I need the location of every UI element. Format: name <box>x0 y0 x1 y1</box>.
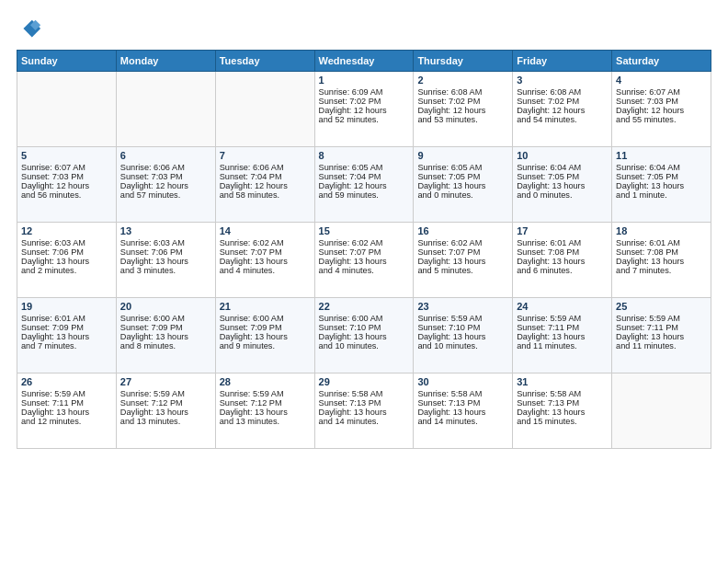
day-info: and 8 minutes. <box>120 341 211 350</box>
week-row-4: 19Sunrise: 6:01 AMSunset: 7:09 PMDayligh… <box>17 298 711 373</box>
day-info: Daylight: 13 hours <box>21 408 112 417</box>
day-info: Sunset: 7:13 PM <box>417 398 508 408</box>
day-info: Daylight: 12 hours <box>120 181 211 190</box>
day-info: Daylight: 13 hours <box>517 257 608 266</box>
day-info: and 57 minutes. <box>120 190 211 200</box>
day-info: and 3 minutes. <box>120 266 211 275</box>
day-info: Daylight: 13 hours <box>417 257 508 266</box>
day-info: Daylight: 13 hours <box>616 332 707 341</box>
day-number: 21 <box>220 301 311 312</box>
col-header-monday: Monday <box>116 51 215 72</box>
day-info: Sunrise: 6:09 AM <box>319 87 410 97</box>
day-info: and 53 minutes. <box>417 115 508 124</box>
day-cell: 28Sunrise: 5:59 AMSunset: 7:12 PMDayligh… <box>215 373 314 449</box>
day-info: Daylight: 13 hours <box>616 257 707 266</box>
day-cell: 18Sunrise: 6:01 AMSunset: 7:08 PMDayligh… <box>612 223 711 298</box>
calendar-page: SundayMondayTuesdayWednesdayThursdayFrid… <box>0 0 728 563</box>
day-info: Sunrise: 6:01 AM <box>517 238 608 247</box>
week-row-1: 1Sunrise: 6:09 AMSunset: 7:02 PMDaylight… <box>17 72 711 147</box>
day-cell: 25Sunrise: 5:59 AMSunset: 7:11 PMDayligh… <box>612 298 711 373</box>
day-info: Sunrise: 6:00 AM <box>120 314 211 323</box>
week-row-2: 5Sunrise: 6:07 AMSunset: 7:03 PMDaylight… <box>17 147 711 223</box>
day-cell: 12Sunrise: 6:03 AMSunset: 7:06 PMDayligh… <box>17 223 117 298</box>
day-info: Sunset: 7:05 PM <box>417 172 508 181</box>
day-cell: 29Sunrise: 5:58 AMSunset: 7:13 PMDayligh… <box>314 373 414 449</box>
day-info: Sunset: 7:09 PM <box>21 323 112 332</box>
col-header-sunday: Sunday <box>17 51 117 72</box>
day-info: Daylight: 13 hours <box>120 408 211 417</box>
day-info: and 10 minutes. <box>417 341 508 350</box>
day-info: and 56 minutes. <box>21 190 112 200</box>
day-info: and 2 minutes. <box>21 266 112 275</box>
day-info: Sunrise: 6:01 AM <box>616 238 707 247</box>
day-info: Sunset: 7:03 PM <box>616 97 707 106</box>
day-info: Sunrise: 6:06 AM <box>120 163 211 172</box>
day-number: 2 <box>417 75 508 86</box>
day-info: Sunset: 7:07 PM <box>417 247 508 257</box>
day-info: Daylight: 13 hours <box>220 257 311 266</box>
day-number: 30 <box>417 376 508 387</box>
day-info: Sunrise: 5:58 AM <box>417 389 508 398</box>
day-info: Sunset: 7:09 PM <box>120 323 211 332</box>
day-cell: 15Sunrise: 6:02 AMSunset: 7:07 PMDayligh… <box>314 223 414 298</box>
col-header-thursday: Thursday <box>414 51 513 72</box>
day-cell: 1Sunrise: 6:09 AMSunset: 7:02 PMDaylight… <box>314 72 414 147</box>
day-info: Sunset: 7:08 PM <box>616 247 707 257</box>
day-number: 27 <box>120 376 211 387</box>
day-number: 25 <box>616 301 707 312</box>
day-info: and 1 minute. <box>616 190 707 200</box>
day-info: Daylight: 13 hours <box>21 257 112 266</box>
day-info: Daylight: 13 hours <box>120 257 211 266</box>
day-number: 11 <box>616 150 707 161</box>
day-number: 9 <box>417 150 508 161</box>
day-number: 1 <box>319 75 410 86</box>
day-info: Sunrise: 5:58 AM <box>319 389 410 398</box>
day-number: 18 <box>616 225 707 236</box>
day-info: Daylight: 13 hours <box>319 332 410 341</box>
day-info: Sunrise: 6:01 AM <box>21 314 112 323</box>
day-cell: 19Sunrise: 6:01 AMSunset: 7:09 PMDayligh… <box>17 298 117 373</box>
day-cell: 2Sunrise: 6:08 AMSunset: 7:02 PMDaylight… <box>414 72 513 147</box>
header-row: SundayMondayTuesdayWednesdayThursdayFrid… <box>17 51 711 72</box>
day-info: Daylight: 13 hours <box>417 408 508 417</box>
day-cell: 24Sunrise: 5:59 AMSunset: 7:11 PMDayligh… <box>513 298 612 373</box>
day-info: and 59 minutes. <box>319 190 410 200</box>
day-info: Sunrise: 5:58 AM <box>517 389 608 398</box>
day-info: Daylight: 13 hours <box>220 332 311 341</box>
day-number: 20 <box>120 301 211 312</box>
day-info: Sunset: 7:13 PM <box>517 398 608 408</box>
day-info: Sunrise: 5:59 AM <box>220 389 311 398</box>
day-number: 7 <box>220 150 311 161</box>
day-cell: 16Sunrise: 6:02 AMSunset: 7:07 PMDayligh… <box>414 223 513 298</box>
day-info: Sunrise: 6:00 AM <box>220 314 311 323</box>
day-number: 15 <box>319 225 410 236</box>
day-cell: 27Sunrise: 5:59 AMSunset: 7:12 PMDayligh… <box>116 373 215 449</box>
day-cell: 8Sunrise: 6:05 AMSunset: 7:04 PMDaylight… <box>314 147 414 223</box>
day-info: Sunset: 7:03 PM <box>21 172 112 181</box>
day-cell: 6Sunrise: 6:06 AMSunset: 7:03 PMDaylight… <box>116 147 215 223</box>
day-cell: 26Sunrise: 5:59 AMSunset: 7:11 PMDayligh… <box>17 373 117 449</box>
day-cell: 11Sunrise: 6:04 AMSunset: 7:05 PMDayligh… <box>612 147 711 223</box>
day-info: Sunset: 7:04 PM <box>220 172 311 181</box>
day-info: Sunset: 7:12 PM <box>120 398 211 408</box>
day-info: Sunset: 7:10 PM <box>417 323 508 332</box>
day-info: Sunset: 7:13 PM <box>319 398 410 408</box>
day-info: and 4 minutes. <box>220 266 311 275</box>
day-cell <box>17 72 117 147</box>
day-number: 8 <box>319 150 410 161</box>
day-info: Sunrise: 6:08 AM <box>417 87 508 97</box>
day-number: 3 <box>517 75 608 86</box>
day-cell: 13Sunrise: 6:03 AMSunset: 7:06 PMDayligh… <box>116 223 215 298</box>
day-info: Sunset: 7:09 PM <box>220 323 311 332</box>
day-info: Daylight: 13 hours <box>517 408 608 417</box>
day-info: Daylight: 13 hours <box>319 408 410 417</box>
day-info: Sunrise: 6:07 AM <box>21 163 112 172</box>
day-number: 29 <box>319 376 410 387</box>
day-cell: 3Sunrise: 6:08 AMSunset: 7:02 PMDaylight… <box>513 72 612 147</box>
day-info: and 4 minutes. <box>319 266 410 275</box>
day-info: Daylight: 13 hours <box>220 408 311 417</box>
day-info: Daylight: 13 hours <box>517 332 608 341</box>
day-info: and 14 minutes. <box>417 417 508 426</box>
day-info: Daylight: 12 hours <box>417 106 508 115</box>
day-number: 17 <box>517 225 608 236</box>
